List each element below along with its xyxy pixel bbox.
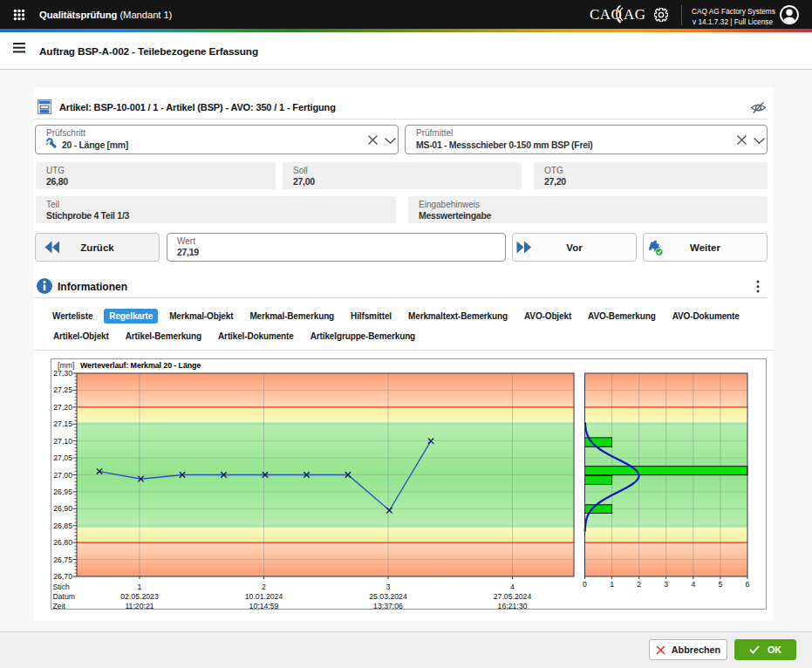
svg-text:4: 4: [691, 580, 695, 589]
svg-text:Stich: Stich: [53, 583, 70, 591]
svg-text:26,90: 26,90: [53, 504, 72, 513]
svg-text:27,10: 27,10: [53, 437, 72, 446]
svg-text:27,20: 27,20: [53, 403, 72, 412]
svg-text:Datum: Datum: [53, 592, 76, 601]
svg-text:27,00: 27,00: [53, 471, 72, 480]
svg-text:02.05.2023: 02.05.2023: [120, 592, 159, 601]
svg-text:27,30: 27,30: [53, 369, 72, 378]
svg-text:27.05.2024: 27.05.2024: [494, 592, 532, 601]
svg-text:3: 3: [386, 583, 391, 591]
svg-text:10:14:59: 10:14:59: [249, 602, 279, 610]
svg-text:5: 5: [718, 580, 722, 589]
svg-text:4: 4: [510, 583, 515, 591]
svg-text:1: 1: [610, 580, 614, 589]
svg-text:2: 2: [262, 583, 266, 591]
svg-text:25.03.2024: 25.03.2024: [369, 592, 407, 601]
svg-text:27,25: 27,25: [53, 385, 72, 394]
svg-text:6: 6: [746, 580, 750, 589]
svg-text:26,85: 26,85: [53, 521, 72, 530]
svg-text:26,75: 26,75: [53, 556, 72, 564]
svg-text:Zeit: Zeit: [53, 602, 66, 610]
svg-text:3: 3: [664, 580, 668, 589]
svg-text:26,70: 26,70: [53, 572, 72, 581]
svg-text:13:37:06: 13:37:06: [373, 602, 403, 610]
svg-text:26,80: 26,80: [53, 538, 72, 547]
svg-text:11:20:21: 11:20:21: [125, 602, 154, 610]
svg-text:Werteverlauf: Merkmal 20 - Län: Werteverlauf: Merkmal 20 - Länge: [80, 361, 201, 370]
svg-text:2: 2: [637, 580, 641, 589]
svg-text:0: 0: [583, 580, 587, 589]
svg-text:16:21:30: 16:21:30: [498, 602, 528, 610]
svg-text:1: 1: [138, 583, 142, 591]
svg-text:10.01.2024: 10.01.2024: [245, 592, 283, 601]
svg-text:27,05: 27,05: [53, 453, 72, 462]
svg-text:27,15: 27,15: [53, 419, 72, 428]
svg-text:26,95: 26,95: [53, 487, 72, 496]
